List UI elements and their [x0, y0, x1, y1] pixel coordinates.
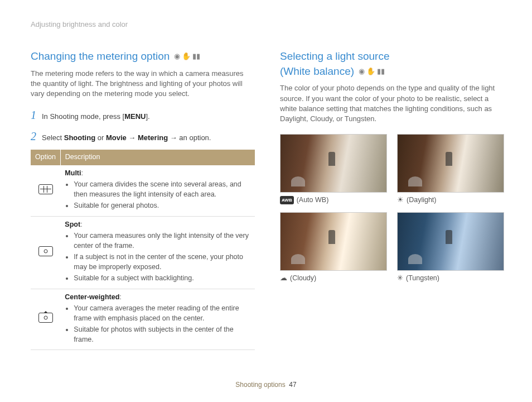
- wb-label: ✳ (Tungsten): [397, 274, 504, 284]
- menu-key: MENU: [124, 112, 146, 121]
- list-item: If a subject is not in the center of the…: [74, 252, 250, 272]
- video-icon: ▮▮: [377, 66, 385, 76]
- wb-sample-image: [280, 212, 387, 271]
- mode-icons: ◉ ✋ ▮▮: [359, 66, 385, 76]
- wb-item-cloudy: ☁ (Cloudy): [280, 212, 387, 284]
- wb-label: ☁ (Cloudy): [280, 274, 387, 284]
- wb-label-text: (Daylight): [407, 195, 437, 205]
- list-item: Your camera measures only the light inte…: [74, 231, 250, 251]
- list-item: Your camera divides the scene into sever…: [74, 180, 250, 199]
- wb-item-tungsten: ✳ (Tungsten): [397, 212, 504, 284]
- title-text: Changing the metering option: [31, 49, 170, 64]
- wb-label: AWB (Auto WB): [280, 195, 387, 205]
- table-row: Spot: Your camera measures only the ligh…: [31, 216, 255, 289]
- list-item: Suitable for photos with subjects in the…: [74, 325, 250, 344]
- wb-label-text: (Tungsten): [406, 274, 439, 284]
- two-column-layout: Changing the metering option ◉ ✋ ▮▮ The …: [31, 49, 504, 350]
- wb-item-auto: AWB (Auto WB): [280, 134, 387, 205]
- metering-table: Option Description Multi: Your camera di…: [31, 150, 255, 350]
- center-weighted-icon: [38, 313, 53, 323]
- t: Movie: [106, 133, 127, 142]
- step-2-text: Select Shooting or Movie → Metering → an…: [42, 133, 255, 143]
- t: Select: [42, 133, 64, 142]
- section-title-whitebalance: Selecting a light source (White balance)…: [280, 49, 504, 79]
- mode-icons: ◉ ✋ ▮▮: [174, 51, 200, 61]
- t: or: [95, 133, 106, 142]
- step-number: 1: [31, 107, 37, 123]
- wb-intro: The color of your photo depends on the t…: [280, 83, 504, 124]
- table-row: Center-weighted: Your camera averages th…: [31, 289, 255, 350]
- right-column: Selecting a light source (White balance)…: [280, 49, 504, 350]
- step-2: 2 Select Shooting or Movie → Metering → …: [31, 128, 255, 144]
- t: Metering: [138, 133, 168, 142]
- table-row: Multi: Your camera divides the scene int…: [31, 165, 255, 217]
- footer-page-number: 47: [289, 381, 296, 389]
- list-item: Suitable for a subject with backlighting…: [74, 274, 250, 284]
- multi-metering-icon: [38, 184, 53, 194]
- wb-sample-image: [397, 134, 504, 193]
- list-item: Your camera averages the meter reading o…: [74, 304, 250, 323]
- th-option: Option: [31, 150, 60, 165]
- metering-intro: The metering mode refers to the way in w…: [31, 69, 255, 99]
- footer-section: Shooting options: [235, 381, 285, 389]
- page-footer: Shooting options 47: [0, 380, 532, 390]
- row-name: Multi: [65, 169, 81, 177]
- white-balance-grid: AWB (Auto WB) ☀ (Daylight) ☁ (Cloudy): [280, 134, 504, 283]
- t: →: [127, 133, 138, 142]
- wb-sample-image: [280, 134, 387, 193]
- video-icon: ▮▮: [192, 51, 200, 61]
- cloud-icon: ☁: [280, 274, 287, 284]
- awb-icon: AWB: [280, 196, 294, 204]
- camera-icon: ◉: [174, 51, 180, 61]
- step-number: 2: [31, 128, 37, 144]
- spot-metering-icon: [38, 246, 53, 256]
- wb-label: ☀ (Daylight): [397, 195, 504, 205]
- title-line1: Selecting a light source: [280, 49, 504, 64]
- t: → an option.: [168, 133, 211, 142]
- wb-sample-image: [397, 212, 504, 271]
- step-1: 1 In Shooting mode, press [MENU].: [31, 107, 255, 123]
- hand-icon: ✋: [182, 51, 191, 61]
- th-description: Description: [60, 150, 255, 165]
- hand-icon: ✋: [366, 66, 375, 76]
- sun-icon: ☀: [397, 195, 404, 205]
- bulb-icon: ✳: [397, 274, 403, 284]
- step-1-text: In Shooting mode, press [MENU].: [42, 112, 255, 122]
- row-name: Center-weighted: [65, 293, 119, 301]
- title-line2: (White balance): [280, 64, 354, 79]
- t: Shooting: [64, 133, 95, 142]
- wb-label-text: (Auto WB): [297, 195, 329, 205]
- left-column: Changing the metering option ◉ ✋ ▮▮ The …: [31, 49, 255, 350]
- camera-icon: ◉: [359, 66, 365, 76]
- row-name: Spot: [65, 221, 80, 228]
- wb-item-daylight: ☀ (Daylight): [397, 134, 504, 205]
- section-title-metering: Changing the metering option ◉ ✋ ▮▮: [31, 49, 255, 64]
- breadcrumb: Adjusting brightness and color: [31, 20, 504, 30]
- list-item: Suitable for general photos.: [74, 201, 250, 211]
- t: ].: [146, 112, 149, 121]
- t: In Shooting mode, press [: [42, 112, 124, 121]
- wb-label-text: (Cloudy): [290, 274, 316, 284]
